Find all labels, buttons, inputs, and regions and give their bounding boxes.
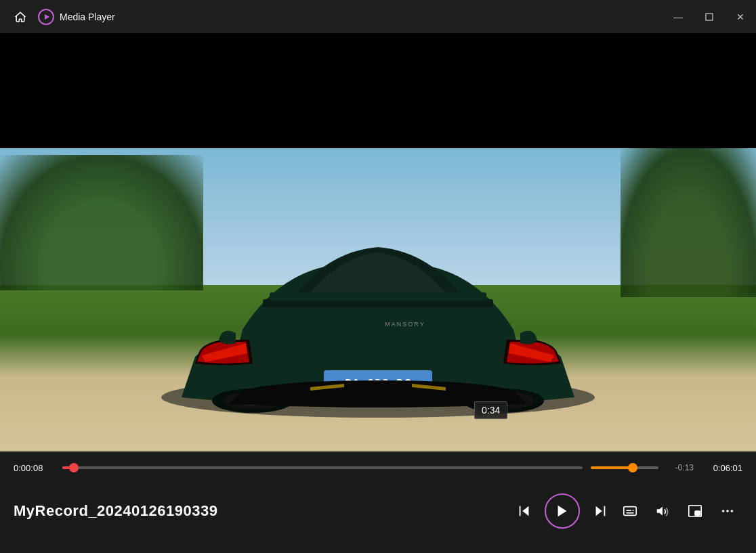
volume-thumb[interactable]	[628, 463, 637, 472]
minimize-button[interactable]: —	[663, 0, 694, 33]
trees-right	[621, 148, 756, 297]
volume-bar[interactable]	[591, 461, 658, 474]
controls-bar: MyRecord_20240126190339	[0, 484, 756, 538]
svg-rect-2	[706, 14, 713, 20]
captions-button[interactable]	[615, 496, 645, 526]
next-button[interactable]	[585, 496, 615, 526]
app-icon	[38, 9, 54, 25]
volume-icon	[655, 504, 670, 518]
svg-point-29	[731, 510, 734, 512]
svg-rect-5	[270, 292, 486, 301]
restore-button[interactable]	[694, 0, 725, 33]
more-icon	[720, 504, 735, 518]
skip-forward-icon	[593, 504, 608, 518]
close-button[interactable]: ✕	[725, 0, 756, 33]
timeline-row: 0:00:08 -0:13 0:06:01	[0, 451, 756, 484]
home-button[interactable]	[8, 5, 33, 29]
volume-fill	[591, 466, 633, 469]
svg-marker-17	[558, 506, 567, 517]
titlebar: Media Player — ✕	[0, 0, 756, 33]
svg-marker-18	[596, 506, 602, 516]
svg-text:MANSORY: MANSORY	[385, 321, 425, 328]
svg-marker-15	[522, 506, 528, 516]
miniplayer-button[interactable]	[680, 496, 710, 526]
playback-controls	[509, 493, 615, 529]
more-options-button[interactable]	[713, 496, 742, 526]
black-letterbox-top	[0, 33, 756, 148]
seek-thumb[interactable]	[69, 463, 79, 472]
svg-point-27	[722, 510, 725, 512]
restore-icon	[705, 13, 713, 21]
time-remaining: -0:13	[667, 463, 694, 472]
volume-button[interactable]	[648, 496, 677, 526]
home-icon	[14, 10, 27, 24]
app-title: Media Player	[60, 12, 115, 22]
right-controls	[615, 496, 742, 526]
volume-track[interactable]	[591, 466, 658, 469]
play-button[interactable]	[545, 493, 580, 529]
media-title: MyRecord_20240126190339	[14, 502, 509, 520]
captions-icon	[623, 504, 637, 518]
svg-marker-1	[45, 14, 49, 20]
svg-rect-20	[624, 507, 636, 516]
miniplayer-icon	[688, 504, 702, 518]
video-frame: DA 028 DG MANSORY	[0, 148, 756, 451]
play-icon	[555, 504, 570, 518]
window-controls: — ✕	[663, 0, 756, 33]
car-image: DA 028 DG MANSORY	[141, 208, 615, 424]
seek-bar[interactable]	[62, 461, 583, 474]
previous-button[interactable]	[509, 496, 539, 526]
svg-point-28	[726, 510, 729, 512]
video-area[interactable]: DA 028 DG MANSORY 0:34	[0, 33, 756, 451]
total-time: 0:06:01	[702, 463, 742, 473]
svg-rect-26	[695, 511, 700, 515]
seek-track[interactable]	[62, 466, 583, 469]
skip-back-icon	[517, 504, 532, 518]
time-tooltip: 0:34	[474, 401, 507, 419]
svg-marker-24	[657, 507, 663, 516]
current-time: 0:00:08	[14, 463, 54, 473]
